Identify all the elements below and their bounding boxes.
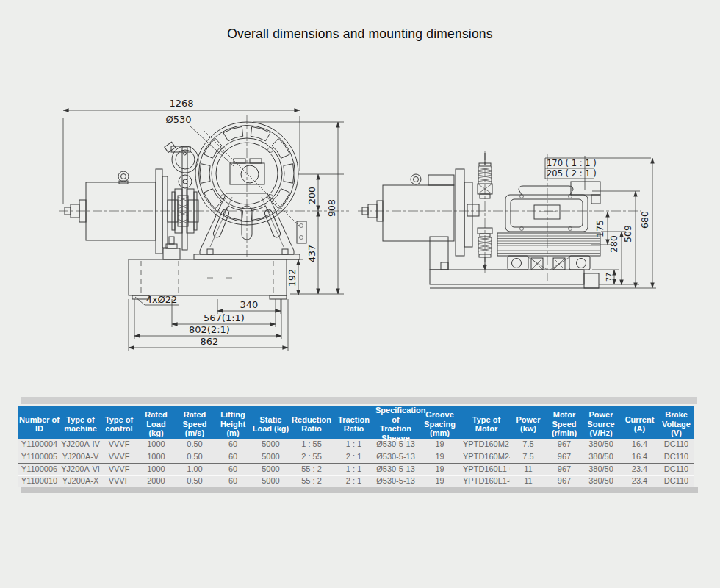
- table-cell: 60: [215, 439, 251, 451]
- dim-175: 175: [594, 220, 605, 237]
- table-cell: Ø530-5-13: [375, 464, 417, 476]
- dim-offset-1-1: 170 ( 1 : 1 ): [547, 158, 597, 168]
- column-header: Type of machine: [60, 415, 101, 434]
- table-cell: 5000: [251, 464, 290, 476]
- dim-mounting-holes: 4xØ22: [146, 294, 178, 305]
- column-header: Power (kw): [510, 415, 547, 434]
- table-cell: VVVF: [101, 464, 137, 476]
- dim-bolt-span: 340: [240, 299, 259, 310]
- table-cell: YPTD160L1-6: [463, 464, 510, 476]
- table-cell: Y1100004: [18, 439, 60, 451]
- column-header: Groove Spacing (mm): [417, 410, 463, 438]
- dim-280: 280: [608, 235, 619, 253]
- dim-sheave-diameter: Ø530: [165, 114, 191, 125]
- table-cell: 19: [417, 439, 463, 451]
- table-cell: Ø530-5-13: [375, 439, 417, 451]
- column-header: Rated Speed (m/s): [175, 410, 215, 438]
- table-row: Y1100004YJ200A-IVVVVF10000.506050001 : 5…: [18, 439, 694, 451]
- table-cell: 19: [417, 464, 463, 476]
- table-cell: 1000: [137, 451, 175, 463]
- table-cell: 23.4: [620, 464, 659, 476]
- table-cell: VVVF: [101, 451, 137, 463]
- column-header: Lifting Height (m): [215, 410, 251, 438]
- table-cell: 7.5: [510, 439, 547, 451]
- table-cell: 2 : 1: [333, 476, 375, 487]
- table-header-row: Number of IDType of machineType of contr…: [18, 406, 694, 439]
- table-cell: 16.4: [620, 451, 659, 463]
- table-cell: 380/50: [582, 439, 620, 451]
- table-cell: 1.00: [175, 464, 215, 476]
- table-cell: 967: [547, 439, 582, 451]
- table-cell: DC110: [659, 464, 694, 476]
- column-header: Type of Motor: [463, 415, 510, 434]
- table-cell: 60: [215, 451, 251, 463]
- table-cell: 1000: [137, 464, 175, 476]
- table-cell: 7.5: [510, 451, 547, 463]
- table-cell: Ø530-5-13: [375, 476, 417, 487]
- table-cell: 23.4: [620, 476, 659, 487]
- table-cell: 5000: [251, 476, 290, 487]
- page: { "page": { "title": "Overall dimensions…: [0, 0, 720, 588]
- dimension-drawing: 1268 Ø530 200 908 437 192 340 567(1:1) 8…: [0, 0, 720, 393]
- dim-span-2-1: 802(2:1): [189, 324, 230, 335]
- table-cell: 967: [547, 464, 582, 476]
- table-cell: Y1100005: [18, 451, 60, 463]
- table-cell: VVVF: [101, 476, 137, 487]
- table-cell: 380/50: [582, 476, 620, 487]
- table-top-edge: [21, 397, 697, 404]
- table-cell: 2000: [137, 476, 175, 487]
- table-cell: 5000: [251, 439, 290, 451]
- table-cell: DC110: [659, 439, 694, 451]
- table-cell: 380/50: [582, 451, 620, 463]
- table-cell: YPTD160M2-6: [463, 439, 510, 451]
- dim-overall-width: 1268: [169, 98, 193, 109]
- table-cell: YJ200A-VI: [60, 464, 101, 476]
- column-header: Static Load (kg): [251, 415, 290, 434]
- column-header: Reduction Ratio: [290, 415, 333, 434]
- table-cell: Ø530-5-13: [375, 451, 417, 463]
- column-header: Motor Speed (r/min): [547, 410, 582, 438]
- table-body: Y1100004YJ200A-IVVVVF10000.506050001 : 5…: [18, 439, 694, 487]
- dim-axis-to-base: 437: [306, 245, 317, 262]
- table-cell: 55 : 2: [290, 476, 333, 487]
- table-cell: 19: [417, 451, 463, 463]
- table-cell: 380/50: [582, 464, 620, 476]
- dim-77: 77: [605, 273, 613, 282]
- table-row: Y1100010YJ200A-XVVVF20000.5060500055 : 2…: [18, 476, 694, 487]
- table-cell: 967: [547, 476, 582, 487]
- table-cell: 16.4: [620, 439, 659, 451]
- table-cell: 11: [510, 476, 547, 487]
- column-header: Brake Voltage (V): [659, 410, 694, 438]
- table-cell: 0.50: [175, 476, 215, 487]
- dim-bed-width: 862: [201, 336, 219, 347]
- table-bottom-edge: [21, 487, 698, 493]
- column-header: Specification of Traction Sheave: [375, 406, 417, 442]
- table-cell: YJ200A-X: [60, 476, 101, 487]
- table-cell: DC110: [659, 476, 694, 487]
- dim-509: 509: [622, 225, 633, 243]
- table-cell: 0.50: [175, 451, 215, 463]
- table-cell: 60: [215, 476, 251, 487]
- table-cell: 60: [215, 464, 251, 476]
- column-header: Rated Load (kg): [137, 410, 175, 438]
- dim-offset-2-1: 205 ( 2 : 1 ): [547, 168, 597, 179]
- table-row: Y1100006YJ200A-VIVVVF10001.0060500055 : …: [18, 464, 694, 476]
- dim-span-1-1: 567(1:1): [204, 312, 245, 323]
- front-view: 1268 Ø530 200 908 437 192 340 567(1:1) 8…: [59, 98, 349, 351]
- table-cell: 11: [510, 464, 547, 476]
- dim-bed-height: 192: [287, 269, 298, 287]
- side-view: 170 ( 1 : 1 ) 205 ( 2 : 1 ) 175 280 509 …: [358, 151, 656, 288]
- column-header: Type of control: [101, 415, 137, 434]
- table-cell: 5000: [251, 451, 290, 463]
- column-header: Current (A): [620, 415, 659, 434]
- table-cell: 1 : 1: [333, 464, 375, 476]
- table-cell: 19: [417, 476, 463, 487]
- table-cell: 1 : 1: [333, 439, 375, 451]
- table-cell: DC110: [659, 451, 694, 463]
- table-cell: 0.50: [175, 439, 215, 451]
- table-cell: VVVF: [101, 439, 137, 451]
- dim-680: 680: [639, 211, 650, 229]
- table-cell: 1 : 55: [290, 439, 333, 451]
- column-header: Number of ID: [18, 415, 60, 434]
- table-cell: 2 : 55: [290, 451, 333, 463]
